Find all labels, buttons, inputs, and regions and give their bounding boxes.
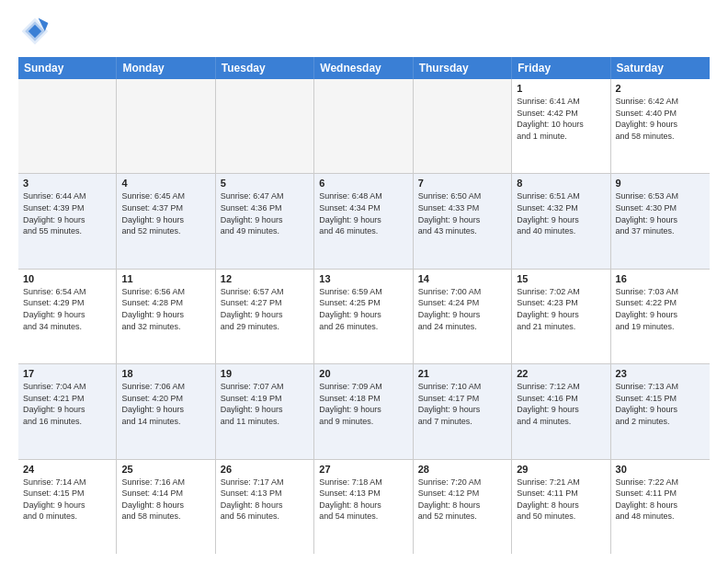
- day-info: Sunrise: 6:45 AM Sunset: 4:37 PM Dayligh…: [121, 190, 210, 236]
- day-number: 23: [616, 368, 705, 379]
- logo-icon: [18, 15, 51, 48]
- calendar-body: 1Sunrise: 6:41 AM Sunset: 4:42 PM Daylig…: [18, 79, 710, 554]
- day-info: Sunrise: 7:10 AM Sunset: 4:17 PM Dayligh…: [418, 381, 506, 427]
- day-number: 9: [616, 178, 705, 189]
- day-cell-13: 13Sunrise: 6:59 AM Sunset: 4:25 PM Dayli…: [314, 270, 413, 363]
- day-cell-14: 14Sunrise: 7:00 AM Sunset: 4:24 PM Dayli…: [414, 270, 512, 363]
- day-info: Sunrise: 6:59 AM Sunset: 4:25 PM Dayligh…: [319, 286, 407, 332]
- day-number: 15: [517, 273, 605, 284]
- day-cell-26: 26Sunrise: 7:17 AM Sunset: 4:13 PM Dayli…: [216, 460, 314, 554]
- day-info: Sunrise: 7:12 AM Sunset: 4:16 PM Dayligh…: [517, 381, 605, 427]
- weekday-header-saturday: Saturday: [611, 57, 710, 79]
- day-info: Sunrise: 7:17 AM Sunset: 4:13 PM Dayligh…: [221, 477, 309, 523]
- day-number: 21: [418, 368, 506, 379]
- day-number: 1: [517, 83, 605, 94]
- day-info: Sunrise: 6:48 AM Sunset: 4:34 PM Dayligh…: [319, 190, 407, 236]
- day-number: 12: [221, 273, 309, 284]
- weekday-header-wednesday: Wednesday: [314, 57, 413, 79]
- day-cell-17: 17Sunrise: 7:04 AM Sunset: 4:21 PM Dayli…: [18, 364, 117, 458]
- weekday-header-sunday: Sunday: [18, 57, 117, 79]
- day-info: Sunrise: 7:04 AM Sunset: 4:21 PM Dayligh…: [23, 381, 111, 427]
- day-info: Sunrise: 7:14 AM Sunset: 4:15 PM Dayligh…: [23, 477, 111, 523]
- calendar-row-3: 10Sunrise: 6:54 AM Sunset: 4:29 PM Dayli…: [18, 270, 710, 364]
- day-info: Sunrise: 7:09 AM Sunset: 4:18 PM Dayligh…: [319, 381, 407, 427]
- day-cell-5: 5Sunrise: 6:47 AM Sunset: 4:36 PM Daylig…: [216, 174, 314, 268]
- day-number: 20: [319, 368, 407, 379]
- day-info: Sunrise: 7:13 AM Sunset: 4:15 PM Dayligh…: [616, 381, 705, 427]
- day-number: 28: [418, 464, 506, 475]
- day-cell-29: 29Sunrise: 7:21 AM Sunset: 4:11 PM Dayli…: [512, 460, 610, 554]
- day-info: Sunrise: 6:51 AM Sunset: 4:32 PM Dayligh…: [517, 190, 605, 236]
- day-number: 19: [221, 368, 309, 379]
- day-number: 11: [121, 273, 210, 284]
- day-cell-15: 15Sunrise: 7:02 AM Sunset: 4:23 PM Dayli…: [512, 270, 610, 363]
- day-number: 8: [517, 178, 605, 189]
- empty-cell: [18, 79, 117, 173]
- day-info: Sunrise: 6:56 AM Sunset: 4:28 PM Dayligh…: [121, 286, 210, 332]
- day-cell-12: 12Sunrise: 6:57 AM Sunset: 4:27 PM Dayli…: [216, 270, 314, 363]
- empty-cell: [216, 79, 314, 173]
- weekday-header-thursday: Thursday: [414, 57, 512, 79]
- day-cell-8: 8Sunrise: 6:51 AM Sunset: 4:32 PM Daylig…: [512, 174, 610, 268]
- day-cell-21: 21Sunrise: 7:10 AM Sunset: 4:17 PM Dayli…: [414, 364, 512, 458]
- day-info: Sunrise: 7:21 AM Sunset: 4:11 PM Dayligh…: [517, 477, 605, 523]
- day-cell-11: 11Sunrise: 6:56 AM Sunset: 4:28 PM Dayli…: [117, 270, 215, 363]
- day-number: 3: [23, 178, 111, 189]
- day-cell-24: 24Sunrise: 7:14 AM Sunset: 4:15 PM Dayli…: [18, 460, 117, 554]
- weekday-header-tuesday: Tuesday: [216, 57, 314, 79]
- day-cell-30: 30Sunrise: 7:22 AM Sunset: 4:11 PM Dayli…: [611, 460, 710, 554]
- day-info: Sunrise: 6:57 AM Sunset: 4:27 PM Dayligh…: [221, 286, 309, 332]
- day-number: 30: [616, 464, 705, 475]
- day-cell-22: 22Sunrise: 7:12 AM Sunset: 4:16 PM Dayli…: [512, 364, 610, 458]
- day-info: Sunrise: 7:02 AM Sunset: 4:23 PM Dayligh…: [517, 286, 605, 332]
- day-info: Sunrise: 6:42 AM Sunset: 4:40 PM Dayligh…: [616, 96, 705, 142]
- day-cell-25: 25Sunrise: 7:16 AM Sunset: 4:14 PM Dayli…: [117, 460, 215, 554]
- day-cell-19: 19Sunrise: 7:07 AM Sunset: 4:19 PM Dayli…: [216, 364, 314, 458]
- weekday-header-monday: Monday: [117, 57, 215, 79]
- day-number: 22: [517, 368, 605, 379]
- day-number: 5: [221, 178, 309, 189]
- day-info: Sunrise: 6:54 AM Sunset: 4:29 PM Dayligh…: [23, 286, 111, 332]
- day-cell-10: 10Sunrise: 6:54 AM Sunset: 4:29 PM Dayli…: [18, 270, 117, 363]
- logo: [18, 15, 55, 48]
- day-info: Sunrise: 6:47 AM Sunset: 4:36 PM Dayligh…: [221, 190, 309, 236]
- day-number: 25: [121, 464, 210, 475]
- calendar-row-2: 3Sunrise: 6:44 AM Sunset: 4:39 PM Daylig…: [18, 174, 710, 269]
- day-cell-28: 28Sunrise: 7:20 AM Sunset: 4:12 PM Dayli…: [414, 460, 512, 554]
- day-cell-7: 7Sunrise: 6:50 AM Sunset: 4:33 PM Daylig…: [414, 174, 512, 268]
- day-info: Sunrise: 6:44 AM Sunset: 4:39 PM Dayligh…: [23, 190, 111, 236]
- day-number: 7: [418, 178, 506, 189]
- day-cell-16: 16Sunrise: 7:03 AM Sunset: 4:22 PM Dayli…: [611, 270, 710, 363]
- empty-cell: [117, 79, 215, 173]
- calendar-header: SundayMondayTuesdayWednesdayThursdayFrid…: [18, 57, 710, 79]
- day-number: 24: [23, 464, 111, 475]
- day-number: 13: [319, 273, 407, 284]
- page: SundayMondayTuesdayWednesdayThursdayFrid…: [0, 0, 728, 563]
- day-info: Sunrise: 7:00 AM Sunset: 4:24 PM Dayligh…: [418, 286, 506, 332]
- day-cell-4: 4Sunrise: 6:45 AM Sunset: 4:37 PM Daylig…: [117, 174, 215, 268]
- day-info: Sunrise: 7:07 AM Sunset: 4:19 PM Dayligh…: [221, 381, 309, 427]
- day-number: 10: [23, 273, 111, 284]
- day-info: Sunrise: 6:53 AM Sunset: 4:30 PM Dayligh…: [616, 190, 705, 236]
- day-info: Sunrise: 7:06 AM Sunset: 4:20 PM Dayligh…: [121, 381, 210, 427]
- day-info: Sunrise: 7:16 AM Sunset: 4:14 PM Dayligh…: [121, 477, 210, 523]
- empty-cell: [314, 79, 413, 173]
- day-info: Sunrise: 6:50 AM Sunset: 4:33 PM Dayligh…: [418, 190, 506, 236]
- day-number: 26: [221, 464, 309, 475]
- day-info: Sunrise: 6:41 AM Sunset: 4:42 PM Dayligh…: [517, 96, 605, 142]
- day-cell-6: 6Sunrise: 6:48 AM Sunset: 4:34 PM Daylig…: [314, 174, 413, 268]
- day-cell-9: 9Sunrise: 6:53 AM Sunset: 4:30 PM Daylig…: [611, 174, 710, 268]
- calendar-row-4: 17Sunrise: 7:04 AM Sunset: 4:21 PM Dayli…: [18, 364, 710, 459]
- day-info: Sunrise: 7:18 AM Sunset: 4:13 PM Dayligh…: [319, 477, 407, 523]
- empty-cell: [414, 79, 512, 173]
- day-info: Sunrise: 7:20 AM Sunset: 4:12 PM Dayligh…: [418, 477, 506, 523]
- day-cell-3: 3Sunrise: 6:44 AM Sunset: 4:39 PM Daylig…: [18, 174, 117, 268]
- day-number: 16: [616, 273, 705, 284]
- day-cell-20: 20Sunrise: 7:09 AM Sunset: 4:18 PM Dayli…: [314, 364, 413, 458]
- calendar-row-1: 1Sunrise: 6:41 AM Sunset: 4:42 PM Daylig…: [18, 79, 710, 174]
- day-number: 4: [121, 178, 210, 189]
- calendar: SundayMondayTuesdayWednesdayThursdayFrid…: [18, 57, 710, 554]
- header: [18, 15, 710, 48]
- day-cell-23: 23Sunrise: 7:13 AM Sunset: 4:15 PM Dayli…: [611, 364, 710, 458]
- day-info: Sunrise: 7:22 AM Sunset: 4:11 PM Dayligh…: [616, 477, 705, 523]
